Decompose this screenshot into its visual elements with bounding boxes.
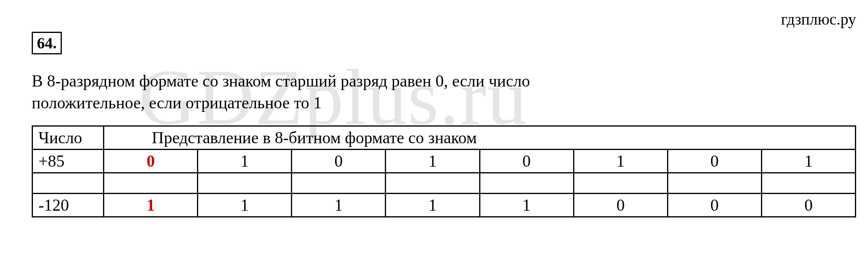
number-cell: +85 (33, 150, 104, 173)
sign-bit-cell: 1 (104, 194, 198, 217)
header-number-column: Число (33, 126, 104, 150)
watermark-site-label: гдзплюс.ру (781, 10, 856, 29)
bit-cell: 1 (761, 150, 855, 173)
bit-cell (198, 173, 292, 194)
bit-cell: 0 (667, 150, 761, 173)
header-representation-column: Представление в 8-битном формате со знак… (104, 126, 856, 150)
bit-cell (292, 173, 386, 194)
task-number: 64 (37, 34, 53, 52)
sign-bit-cell: 0 (104, 150, 198, 173)
bit-cell: 0 (480, 150, 574, 173)
bit-cell: 1 (574, 150, 667, 173)
bit-cell: 0 (574, 194, 667, 217)
explanation-text: В 8-разрядном формате со знаком старший … (32, 70, 587, 113)
bit-cell: 0 (667, 194, 761, 217)
binary-representation-table: Число Представление в 8-битном формате с… (32, 125, 856, 217)
bit-cell: 1 (198, 194, 292, 217)
table-row: -120 1 1 1 1 1 0 0 0 (33, 194, 856, 217)
bit-cell: 1 (480, 194, 574, 217)
sign-bit-cell (104, 173, 198, 194)
bit-cell (761, 173, 855, 194)
bit-cell (574, 173, 667, 194)
document-content: 64. В 8-разрядном формате со знаком стар… (32, 32, 856, 217)
bit-cell (480, 173, 574, 194)
bit-cell: 1 (198, 150, 292, 173)
task-number-dot: . (53, 34, 57, 52)
bit-cell: 0 (761, 194, 855, 217)
bit-cell (386, 173, 480, 194)
table-row: +85 0 1 0 1 0 1 0 1 (33, 150, 856, 173)
bit-cell: 0 (292, 150, 386, 173)
table-row (33, 173, 856, 194)
bit-cell: 1 (386, 150, 480, 173)
bit-cell (667, 173, 761, 194)
task-number-box: 64. (32, 32, 62, 54)
number-cell: -120 (33, 194, 104, 217)
bit-cell: 1 (386, 194, 480, 217)
table-header-row: Число Представление в 8-битном формате с… (33, 126, 856, 150)
bit-cell: 1 (292, 194, 386, 217)
number-cell (33, 173, 104, 194)
